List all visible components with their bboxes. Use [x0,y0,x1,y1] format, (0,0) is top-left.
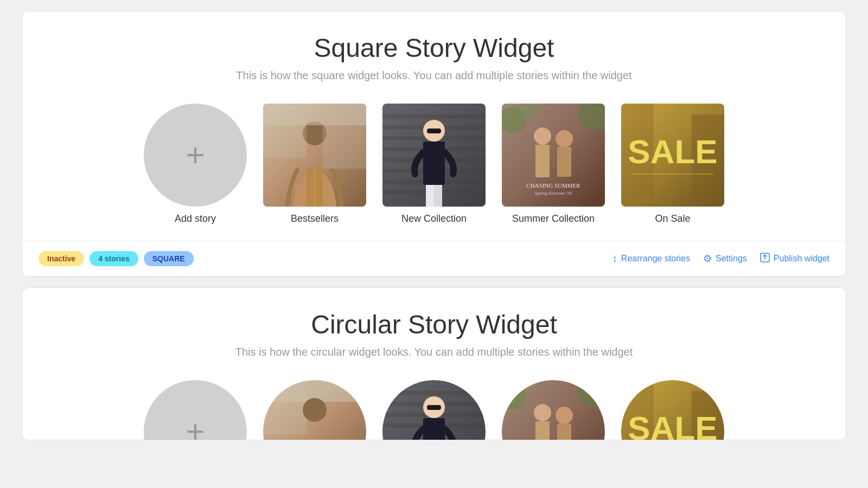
svg-text:CHASING SUMMER: CHASING SUMMER [526,182,580,189]
new-collection-story-item[interactable]: New Collection [382,104,486,224]
rearrange-stories-label: Rearrange stories [621,254,690,264]
circular-widget-subtitle: This is how the circular widget looks. Y… [55,346,813,358]
circular-on-sale-item[interactable]: SALE ! [621,380,724,440]
publish-icon [760,253,770,265]
circular-bestsellers-item[interactable] [263,380,366,440]
new-collection-label: New Collection [401,213,467,224]
plus-icon: + [186,139,205,171]
svg-text:Spring Summer '20: Spring Summer '20 [535,191,572,196]
svg-rect-48 [382,391,486,395]
circular-summer-collection-item[interactable]: CHASING SUMMER Spring Summer '20 [502,380,605,440]
circular-new-collection-item[interactable] [382,380,486,440]
shape-badge: SQUARE [144,251,194,266]
svg-point-27 [534,127,551,145]
svg-point-63 [556,407,573,424]
add-story-label: Add story [175,213,216,224]
circular-summer-collection-thumb[interactable]: CHASING SUMMER Spring Summer '20 [502,380,605,440]
circular-add-story-item[interactable]: + [144,380,247,440]
square-stories-row: + Add story [55,104,813,224]
new-collection-thumb[interactable] [382,104,486,207]
on-sale-story-item[interactable]: SALE On Sale [621,104,724,224]
svg-rect-30 [557,147,571,177]
svg-point-29 [556,130,573,147]
on-sale-label: On Sale [655,213,690,224]
square-widget-title: Square Story Widget [55,33,813,63]
svg-point-58 [502,380,605,440]
rearrange-icon: ↕ [612,253,617,265]
square-widget-content: Square Story Widget This is how the squa… [22,11,846,241]
svg-rect-7 [323,104,366,169]
circular-widget-title: Circular Story Widget [55,310,813,339]
rearrange-stories-button[interactable]: ↕ Rearrange stories [612,253,690,265]
svg-rect-20 [426,185,434,207]
svg-rect-6 [263,104,307,158]
svg-point-61 [534,404,551,421]
svg-text:SALE: SALE [628,409,717,440]
bestsellers-thumb[interactable] [263,104,366,207]
svg-rect-56 [427,405,441,410]
inactive-badge: Inactive [39,251,84,266]
summer-collection-label: Summer Collection [512,213,595,224]
svg-rect-21 [434,185,442,207]
publish-widget-label: Publish widget [774,254,829,264]
publish-widget-button[interactable]: Publish widget [760,253,829,265]
svg-rect-10 [382,114,486,119]
add-story-button[interactable]: + [144,104,247,207]
settings-label: Settings [716,254,747,264]
circular-widget-content: Circular Story Widget This is how the ci… [22,288,846,440]
circular-stories-row: + [55,380,813,440]
bestsellers-label: Bestsellers [291,213,339,224]
svg-rect-22 [427,129,441,133]
circular-add-story-button[interactable]: + [144,380,247,440]
bestsellers-story-item[interactable]: Bestsellers [263,104,366,224]
svg-rect-42 [263,380,307,434]
circular-widget-card: Circular Story Widget This is how the ci… [22,287,846,440]
svg-rect-19 [423,142,445,185]
stories-count-badge: 4 stories [90,251,138,266]
circular-new-collection-thumb[interactable] [382,380,486,440]
settings-icon: ⚙ [703,253,712,265]
summer-collection-thumb[interactable]: CHASING SUMMER Spring Summer '20 [502,104,605,207]
svg-rect-64 [557,423,571,440]
square-footer-badges: Inactive 4 stories SQUARE [39,251,194,266]
circular-bestsellers-thumb[interactable] [263,380,366,440]
square-widget-subtitle: This is how the square widget looks. You… [55,69,813,82]
add-story-item[interactable]: + Add story [144,104,247,224]
square-widget-card: Square Story Widget This is how the squa… [22,11,846,277]
settings-button[interactable]: ⚙ Settings [703,253,747,265]
svg-rect-28 [535,145,550,177]
on-sale-thumb[interactable]: SALE [621,104,724,207]
square-widget-footer: Inactive 4 stories SQUARE ↕ Rearrange st… [22,241,846,276]
svg-point-43 [303,398,327,422]
summer-collection-story-item[interactable]: CHASING SUMMER Spring Summer '20 Summer … [502,104,605,224]
square-footer-actions: ↕ Rearrange stories ⚙ Settings Publish w… [612,253,829,265]
circular-on-sale-thumb[interactable]: SALE [621,380,724,440]
circular-plus-icon: + [186,415,205,440]
svg-rect-62 [535,421,550,440]
svg-text:SALE: SALE [628,133,717,170]
